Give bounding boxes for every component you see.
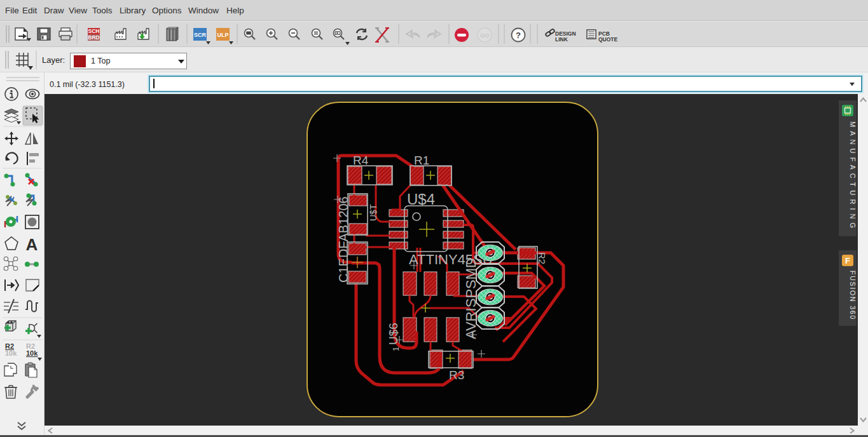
svg-text:SCR: SCR: [194, 32, 207, 38]
svg-text:U$6: U$6: [387, 323, 400, 345]
svg-text:SCH: SCH: [88, 28, 100, 34]
svg-text:10k: 10k: [26, 349, 38, 357]
svg-text:ULP: ULP: [217, 32, 229, 38]
svg-text:R1: R1: [414, 154, 429, 167]
svg-text:BRD: BRD: [88, 34, 99, 41]
svg-text:U$4: U$4: [407, 191, 435, 208]
svg-text:1: 1: [391, 347, 401, 351]
svg-text:?: ?: [516, 30, 521, 40]
svg-text:LINK: LINK: [555, 36, 568, 43]
svg-text:U$T: U$T: [368, 204, 378, 221]
svg-text:C1EDFAB1206: C1EDFAB1206: [336, 196, 350, 283]
svg-text:R3: R3: [449, 368, 464, 382]
svg-text:F: F: [845, 256, 850, 266]
svg-text:QUOTE: QUOTE: [598, 36, 618, 43]
svg-text:R4: R4: [353, 154, 369, 167]
svg-text:10k: 10k: [5, 349, 17, 357]
svg-text:R2: R2: [537, 252, 548, 264]
svg-text:A: A: [26, 235, 38, 254]
svg-text:GO: GO: [480, 32, 489, 39]
